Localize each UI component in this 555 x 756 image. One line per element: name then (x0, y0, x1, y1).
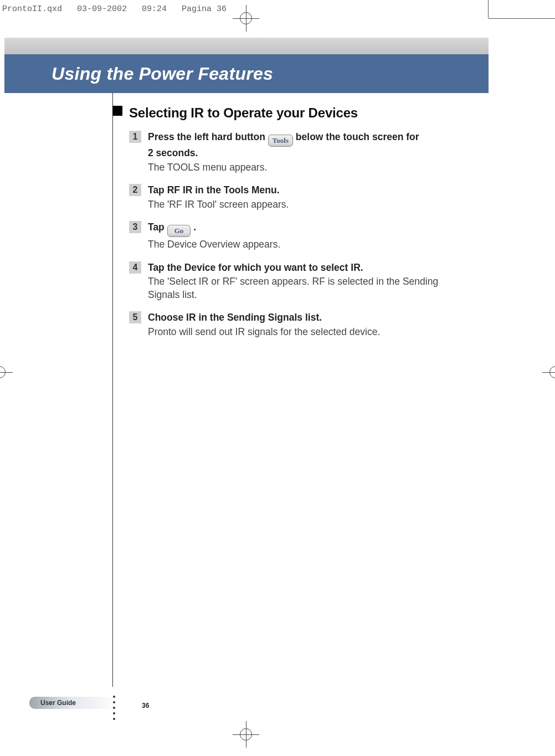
footer: User Guide (29, 697, 121, 709)
step-result: Pronto will send out IR signals for the … (148, 326, 472, 339)
step-4: 4 Tap the Device for which you want to s… (129, 261, 472, 302)
crop-mark-right (542, 359, 555, 385)
step-instruction: Press the left hard button Tools below t… (148, 131, 472, 160)
crop-mark-bottom (233, 721, 259, 748)
step-instruction: Tap RF IR in the Tools Menu. (148, 184, 472, 197)
print-date: 03-09-2002 (77, 4, 127, 14)
step-3: 3 Tap Go . The Device Overview appears. (129, 221, 472, 251)
step-result: The 'RF IR Tool' screen appears. (148, 198, 472, 212)
step-2: 2 Tap RF IR in the Tools Menu. The 'RF I… (129, 184, 472, 211)
trim-line-h (489, 18, 555, 19)
page-number: 36 (142, 702, 149, 709)
section-bullet-icon (112, 106, 122, 116)
step-number: 2 (129, 184, 141, 196)
header-cap (4, 38, 489, 54)
go-button-icon: Go (167, 225, 191, 237)
step-number: 5 (129, 311, 141, 323)
step-result: The 'Select IR or RF' screen appears. RF… (148, 275, 472, 301)
print-filename: ProntoII.qxd (2, 4, 62, 14)
step-1: 1 Press the left hard button Tools below… (129, 131, 472, 174)
section-title: Selecting IR to Operate your Devices (129, 104, 472, 122)
step-instruction: Tap the Device for which you want to sel… (148, 261, 472, 275)
print-time: 09:24 (142, 4, 167, 14)
footer-label: User Guide (40, 699, 76, 707)
step-number: 4 (129, 261, 141, 274)
step-5: 5 Choose IR in the Sending Signals list.… (129, 311, 472, 338)
step-number: 3 (129, 221, 141, 233)
chapter-title: Using the Power Features (52, 64, 273, 84)
vertical-rule (112, 93, 113, 687)
footer-pill: User Guide (29, 697, 121, 709)
trim-line-v (488, 0, 489, 18)
print-header: ProntoII.qxd 03-09-2002 09:24 Pagina 36 (2, 4, 227, 14)
tools-button-icon: Tools (268, 135, 293, 147)
step-number: 1 (129, 131, 141, 143)
step-result: The TOOLS menu appears. (148, 161, 472, 174)
step-instruction: Tap Go . (148, 221, 472, 237)
chapter-title-bar: Using the Power Features (4, 54, 489, 93)
step-result: The Device Overview appears. (148, 238, 472, 251)
step-instruction: Choose IR in the Sending Signals list. (148, 311, 472, 325)
print-page-marker: Pagina 36 (182, 4, 227, 14)
footer-dots-icon (112, 692, 116, 723)
